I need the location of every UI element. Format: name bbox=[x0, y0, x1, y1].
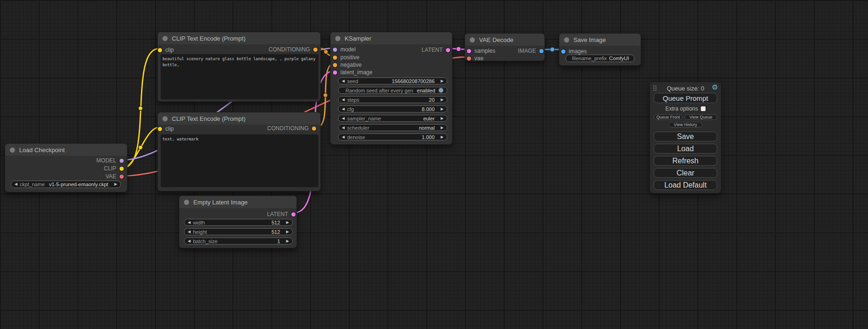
refresh-button[interactable]: Refresh bbox=[654, 156, 717, 166]
node-titlebar[interactable]: Load Checkpoint bbox=[5, 144, 127, 156]
increment-arrow-icon[interactable]: ▶ bbox=[286, 230, 289, 234]
collapse-dot-icon[interactable] bbox=[184, 200, 189, 205]
node-titlebar[interactable]: VAE Decode bbox=[465, 34, 544, 46]
images-input-port[interactable] bbox=[561, 49, 565, 54]
extra-options-checkbox[interactable] bbox=[701, 106, 706, 111]
vae-output-port[interactable] bbox=[120, 175, 124, 179]
node-empty-latent-image[interactable]: Empty Latent Image LATENT ◀ width 512 ▶ … bbox=[179, 196, 297, 248]
link-midpoint-dot bbox=[324, 93, 328, 98]
conditioning-output-port[interactable] bbox=[313, 48, 318, 52]
increment-arrow-icon[interactable]: ▶ bbox=[286, 239, 289, 243]
negative-prompt-textarea[interactable]: text, watermark bbox=[161, 134, 318, 187]
gear-icon[interactable]: ⚙ bbox=[712, 84, 718, 91]
view-queue-button[interactable]: View Queue bbox=[685, 114, 717, 120]
increment-arrow-icon[interactable]: ▶ bbox=[441, 107, 444, 111]
collapse-dot-icon[interactable] bbox=[10, 147, 15, 153]
random-seed-toggle-widget[interactable]: Random seed after every gen enabled bbox=[338, 87, 447, 94]
widget-value: v1-5-pruned-emaonly.ckpt bbox=[49, 182, 108, 187]
clip-output-port[interactable] bbox=[120, 167, 124, 171]
clip-input-port[interactable] bbox=[158, 127, 162, 131]
width-widget[interactable]: ◀ width 512 ▶ bbox=[184, 219, 293, 226]
comfyui-canvas[interactable]: { "colors": { "model": "#b59be0", "clip"… bbox=[0, 0, 868, 329]
decrement-arrow-icon[interactable]: ◀ bbox=[188, 221, 191, 224]
latent-output-port[interactable] bbox=[291, 212, 296, 217]
load-default-button[interactable]: Load Default bbox=[654, 180, 717, 190]
filename-prefix-widget[interactable]: filename_prefix ComfyUI bbox=[565, 55, 635, 62]
latent-image-input-port[interactable] bbox=[333, 70, 337, 75]
increment-arrow-icon[interactable]: ▶ bbox=[441, 79, 444, 83]
node-save-image[interactable]: Save Image images filename_prefix ComfyU… bbox=[559, 33, 641, 66]
node-load-checkpoint[interactable]: Load Checkpoint MODEL CLIP VAE ◀ ckpt_na… bbox=[5, 143, 127, 192]
increment-arrow-icon[interactable]: ▶ bbox=[441, 117, 444, 120]
increment-arrow-icon[interactable]: ▶ bbox=[441, 98, 444, 102]
queue-prompt-button[interactable]: Queue Prompt bbox=[654, 93, 717, 103]
sampler-name-widget[interactable]: ◀ sampler_name euler ▶ bbox=[338, 115, 447, 122]
height-widget[interactable]: ◀ height 512 ▶ bbox=[184, 228, 293, 235]
negative-input-port[interactable] bbox=[333, 63, 337, 67]
decrement-arrow-icon[interactable]: ◀ bbox=[342, 79, 345, 83]
collapse-dot-icon[interactable] bbox=[470, 37, 475, 42]
collapse-dot-icon[interactable] bbox=[162, 116, 168, 121]
decrement-arrow-icon[interactable]: ◀ bbox=[188, 239, 191, 243]
increment-arrow-icon[interactable]: ▶ bbox=[114, 182, 117, 186]
widget-label: ckpt_name bbox=[20, 182, 45, 187]
model-input-port[interactable] bbox=[333, 48, 337, 52]
save-label: Save bbox=[677, 133, 694, 141]
decrement-arrow-icon[interactable]: ◀ bbox=[342, 98, 345, 102]
node-ksampler[interactable]: KSampler model positive negative latent_… bbox=[330, 32, 452, 145]
clear-button[interactable]: Clear bbox=[654, 168, 717, 178]
input-label-vae: vae bbox=[474, 55, 483, 62]
decrement-arrow-icon[interactable]: ◀ bbox=[342, 135, 345, 139]
cfg-widget[interactable]: ◀ cfg 8.000 ▶ bbox=[338, 105, 447, 112]
decrement-arrow-icon[interactable]: ◀ bbox=[342, 117, 345, 120]
image-output-port[interactable] bbox=[539, 49, 543, 53]
queue-panel: Queue size: 0 ⚙ Queue Prompt Extra optio… bbox=[650, 82, 721, 193]
conditioning-output-port[interactable] bbox=[312, 126, 316, 131]
save-button[interactable]: Save bbox=[654, 132, 717, 141]
node-vae-decode[interactable]: VAE Decode samples vae IMAGE bbox=[465, 33, 545, 61]
increment-arrow-icon[interactable]: ▶ bbox=[286, 221, 289, 224]
collapse-dot-icon[interactable] bbox=[335, 36, 340, 41]
node-title-text: CLIP Text Encode (Prompt) bbox=[172, 115, 246, 122]
load-button[interactable]: Load bbox=[654, 144, 717, 154]
widget-label: filename_prefix bbox=[572, 56, 607, 61]
view-history-label: View History bbox=[674, 122, 697, 127]
clip-input-port[interactable] bbox=[158, 48, 162, 52]
samples-input-port[interactable] bbox=[467, 49, 471, 53]
input-label-clip: clip bbox=[165, 47, 174, 53]
node-clip-text-encode-negative[interactable]: CLIP Text Encode (Prompt) clip CONDITION… bbox=[157, 112, 321, 191]
node-titlebar[interactable]: Save Image bbox=[559, 34, 641, 46]
steps-widget[interactable]: ◀ steps 20 ▶ bbox=[338, 96, 447, 103]
latent-output-port[interactable] bbox=[446, 48, 450, 52]
ckpt-name-widget[interactable]: ◀ ckpt_name v1-5-pruned-emaonly.ckpt ▶ bbox=[11, 181, 121, 188]
node-clip-text-encode-positive[interactable]: CLIP Text Encode (Prompt) clip CONDITION… bbox=[157, 32, 321, 102]
view-queue-label: View Queue bbox=[690, 115, 713, 119]
batch-size-widget[interactable]: ◀ batch_size 1 ▶ bbox=[184, 238, 293, 245]
output-label-conditioning: CONDITIONING bbox=[267, 125, 309, 132]
node-titlebar[interactable]: Empty Latent Image bbox=[179, 196, 296, 208]
node-titlebar[interactable]: CLIP Text Encode (Prompt) bbox=[158, 32, 320, 44]
denoise-widget[interactable]: ◀ denoise 1.000 ▶ bbox=[338, 133, 447, 140]
decrement-arrow-icon[interactable]: ◀ bbox=[342, 107, 345, 111]
collapse-dot-icon[interactable] bbox=[162, 36, 168, 41]
decrement-arrow-icon[interactable]: ◀ bbox=[188, 230, 191, 234]
node-titlebar[interactable]: CLIP Text Encode (Prompt) bbox=[158, 112, 320, 125]
increment-arrow-icon[interactable]: ▶ bbox=[441, 135, 444, 139]
vae-input-port[interactable] bbox=[467, 56, 471, 61]
decrement-arrow-icon[interactable]: ◀ bbox=[342, 126, 345, 130]
node-titlebar[interactable]: KSampler bbox=[331, 32, 452, 44]
output-label-latent: LATENT bbox=[422, 47, 443, 53]
positive-input-port[interactable] bbox=[333, 56, 337, 60]
model-output-port[interactable] bbox=[120, 159, 124, 163]
positive-prompt-textarea[interactable]: beautiful scenery nature glass bottle la… bbox=[161, 54, 318, 99]
collapse-dot-icon[interactable] bbox=[564, 37, 569, 42]
decrement-arrow-icon[interactable]: ◀ bbox=[14, 182, 17, 186]
view-history-button[interactable]: View History bbox=[669, 122, 702, 127]
widget-value: 156680208700286 bbox=[392, 78, 435, 84]
seed-widget[interactable]: ◀ seed 156680208700286 ▶ bbox=[338, 77, 447, 84]
scheduler-widget[interactable]: ◀ scheduler normal ▶ bbox=[338, 124, 447, 131]
toggle-circle[interactable] bbox=[438, 88, 444, 93]
increment-arrow-icon[interactable]: ▶ bbox=[441, 126, 444, 130]
queue-front-button[interactable]: Queue Front bbox=[654, 114, 683, 120]
widget-value: 512 bbox=[271, 229, 280, 235]
